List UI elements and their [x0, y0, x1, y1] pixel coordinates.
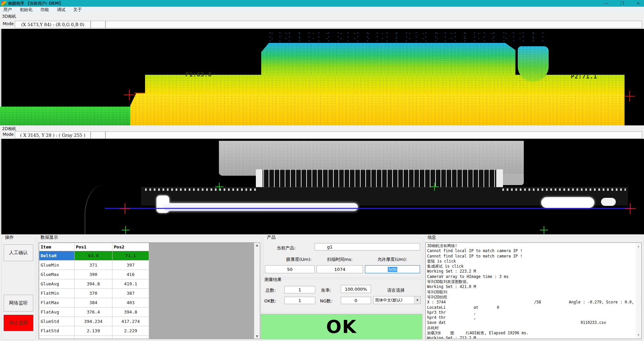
stop-listen-button[interactable]: 停止监听 [4, 315, 33, 331]
table-cell[interactable]: 419.1 [112, 279, 149, 289]
table-cell[interactable]: 376.4 [75, 307, 112, 317]
scan-time-field[interactable]: 1074 [317, 265, 363, 273]
log-line: Save dat 9110233.csv [427, 320, 635, 325]
minimize-button[interactable]: — [602, 1, 610, 6]
col-pos2[interactable]: Pos2 [112, 243, 149, 251]
table-cell[interactable]: 384 [75, 298, 112, 307]
data-display-listview[interactable]: Item Pos1 Pos2 DeltaH63.871.1GlueMin3713… [39, 242, 260, 339]
table-cell[interactable]: 2503.5 [75, 336, 112, 339]
info-log[interactable]: ▲ ▼ 3D相机没有网络!Cannot find local IP to mat… [425, 242, 642, 339]
table-cell[interactable]: GlueStd [39, 317, 75, 326]
scroll-down-icon[interactable]: ▼ [636, 333, 641, 338]
table-cell[interactable]: 63.8 [75, 251, 112, 261]
menu-item-init[interactable]: 初始化 [20, 7, 33, 13]
table-cell[interactable]: 2.229 [112, 326, 149, 336]
menu-item-user[interactable]: 用户 [3, 7, 12, 13]
base-bar-dashes-left [145, 188, 256, 191]
listview-scrollbar[interactable]: ▲ ▼ [254, 243, 260, 339]
table-cell[interactable]: FlatMax [39, 298, 75, 307]
table-row[interactable]: FlatMax384403 [39, 298, 149, 307]
table-row[interactable]: GlueStd394.234417.274 [39, 317, 149, 326]
table-cell[interactable]: 403 [112, 298, 149, 307]
total-field[interactable]: 1 [284, 286, 315, 293]
table-row[interactable]: FlatStd2.1392.229 [39, 326, 149, 336]
scroll-up-icon[interactable]: ▲ [254, 243, 260, 247]
table-cell[interactable]: 371 [75, 261, 112, 270]
maximize-button[interactable]: ❐ [618, 1, 626, 6]
allow-thickness-field[interactable]: 500 [365, 265, 420, 273]
table-row[interactable]: FlatAvg376.4394.8 [39, 307, 149, 317]
language-select[interactable]: 简体中文(默认) ▼ [373, 296, 421, 304]
table-cell[interactable]: 370 [75, 289, 112, 298]
table-cell[interactable]: 417.274 [112, 317, 149, 326]
heightmap-base-slab [130, 93, 625, 125]
camera3d-pixel-readout: (X 5473,Y 84) : (R 0,G 0,B 0) [15, 21, 91, 28]
camera2d-viewport[interactable] [0, 139, 644, 234]
table-cell[interactable]: X [39, 336, 75, 339]
table-cell[interactable]: 387 [112, 289, 149, 298]
table-cell[interactable]: FlatStd [39, 326, 75, 336]
result-banner: OK [261, 314, 422, 339]
camera3d-status-bar: (X 5473,Y 84) : (R 0,G 0,B 0) [15, 21, 642, 28]
table-cell[interactable]: 2.139 [75, 326, 112, 336]
table-row[interactable]: GlueMin371397 [39, 261, 149, 270]
film-thickness-field[interactable]: 50 [265, 265, 315, 273]
glue-bead [163, 203, 358, 211]
total-label: 总数: [266, 287, 276, 293]
table-row[interactable]: GlueMax390416 [39, 270, 149, 279]
table-cell[interactable]: 394.8 [75, 279, 112, 289]
table-cell[interactable]: 71.1 [112, 251, 149, 261]
ok-count-field[interactable]: 1 [284, 297, 315, 304]
table-cell[interactable]: 394.234 [75, 317, 112, 326]
log-line: hpr3 thr , [427, 310, 635, 315]
operation-title: 操作 [4, 234, 15, 240]
heightmap-left-strip [0, 107, 130, 125]
window-title: 测膜程序 【当前用户: OEM】 [8, 1, 63, 6]
table-cell[interactable]: 390 [75, 270, 112, 279]
yield-field[interactable]: 100.000% [341, 285, 371, 293]
data-display-title: 数据显示 [40, 234, 59, 240]
table-cell[interactable]: GlueMax [39, 270, 75, 279]
table-cell[interactable]: 416 [112, 270, 149, 279]
manual-confirm-button[interactable]: 人工确认 [4, 244, 33, 261]
menu-item-about[interactable]: 关于 [74, 7, 82, 13]
table-cell[interactable]: DeltaH [39, 251, 75, 261]
info-group: 信息 ▲ ▼ 3D相机没有网络!Cannot find local IP to … [424, 237, 643, 341]
col-pos1[interactable]: Pos1 [75, 243, 112, 251]
current-product-field[interactable]: g1 [315, 243, 420, 250]
table-cell[interactable]: 397 [112, 261, 149, 270]
col-item[interactable]: Item [39, 243, 75, 251]
table-row[interactable]: X2503.57066.7 [39, 336, 149, 339]
table-row[interactable]: FlatMin370387 [39, 289, 149, 298]
table-cell[interactable]: 394.8 [112, 307, 149, 317]
table-cell[interactable]: FlatAvg [39, 307, 75, 317]
menu-item-debug[interactable]: 调试 [57, 7, 65, 13]
table-row[interactable]: GlueAvg394.8419.1 [39, 279, 149, 289]
ng-count-field[interactable]: 0 [341, 297, 371, 304]
table-cell[interactable]: FlatMin [39, 289, 75, 298]
object-edge-left [85, 185, 116, 234]
scroll-up-icon[interactable]: ▲ [636, 244, 641, 249]
base-bar-dashes-right [502, 188, 626, 191]
menu-item-function[interactable]: 功能 [41, 7, 49, 13]
log-scrollbar[interactable]: ▲ ▼ [636, 243, 641, 338]
log-line: 共耗时 [427, 326, 635, 331]
log-line: 3D相机没有网络! [427, 243, 635, 248]
log-line: 登陆 is click [427, 259, 635, 264]
log-line: 加载3张 图 行AOI检查, Elapsed 19296 ms. [427, 331, 635, 336]
heightmap-mid-band [145, 75, 625, 94]
table-cell[interactable]: GlueMin [39, 261, 75, 270]
camera3d-viewport[interactable]: P1:63.8 P2:71.1 [0, 29, 644, 125]
title-bar: 测膜程序 【当前用户: OEM】 — ❐ ✕ [0, 0, 644, 7]
camera2d-status-bar: ( X 3145, Y 28 ) : ( Gray 255 ) [15, 131, 642, 139]
table-row[interactable]: DeltaH63.871.1 [39, 251, 149, 261]
network-listen-button[interactable]: 网络监听 [4, 295, 33, 311]
scroll-down-icon[interactable]: ▼ [254, 335, 260, 338]
log-line: 等到3D取到 [427, 290, 635, 295]
table-cell[interactable]: GlueAvg [39, 279, 75, 289]
glue-blob-right [541, 197, 594, 208]
heightmap-debris [265, 31, 544, 42]
measurement-blue-line [105, 208, 632, 209]
close-button[interactable]: ✕ [635, 1, 642, 6]
table-cell[interactable]: 7066.7 [112, 336, 149, 339]
